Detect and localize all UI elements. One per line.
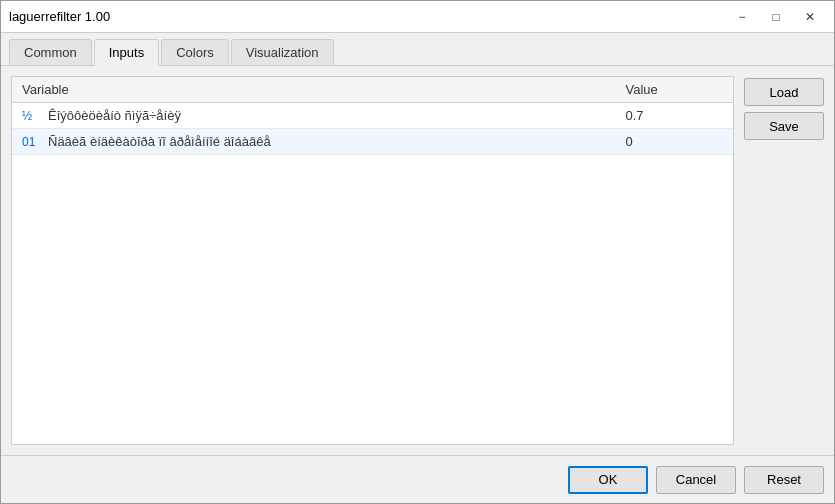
tab-common[interactable]: Common (9, 39, 92, 65)
maximize-button[interactable]: □ (760, 7, 792, 27)
tab-visualization[interactable]: Visualization (231, 39, 334, 65)
value-cell: 0.7 (616, 103, 734, 129)
variables-table: Variable Value ½Êîýôôèöèåíò ñìÿã÷åíèÿ0.7… (12, 77, 733, 155)
ok-button[interactable]: OK (568, 466, 648, 494)
load-button[interactable]: Load (744, 78, 824, 106)
bottom-bar: OK Cancel Reset (1, 455, 834, 503)
table-container: Variable Value ½Êîýôôèöèåíò ñìÿã÷åíèÿ0.7… (11, 76, 734, 445)
value-cell: 0 (616, 129, 734, 155)
title-bar-controls: − □ ✕ (726, 7, 826, 27)
var-index: ½ (22, 109, 42, 123)
save-button[interactable]: Save (744, 112, 824, 140)
variable-cell: ½Êîýôôèöèåíò ñìÿã÷åíèÿ (12, 103, 616, 129)
reset-button[interactable]: Reset (744, 466, 824, 494)
table-row: ½Êîýôôèöèåíò ñìÿã÷åíèÿ0.7 (12, 103, 733, 129)
tab-inputs[interactable]: Inputs (94, 39, 159, 66)
content-area: Variable Value ½Êîýôôèöèåíò ñìÿã÷åíèÿ0.7… (1, 66, 834, 455)
table-header-row: Variable Value (12, 77, 733, 103)
var-label: Ñäâèã èíäèêàòîðà ïî âðåìåííîé äîáàâêå (48, 134, 271, 149)
main-window: laguerrefilter 1.00 − □ ✕ Common Inputs … (0, 0, 835, 504)
variable-cell: 01Ñäâèã èíäèêàòîðà ïî âðåìåííîé äîáàâêå (12, 129, 616, 155)
cancel-button[interactable]: Cancel (656, 466, 736, 494)
close-button[interactable]: ✕ (794, 7, 826, 27)
var-label: Êîýôôèöèåíò ñìÿã÷åíèÿ (48, 108, 181, 123)
table-row: 01Ñäâèã èíäèêàòîðà ïî âðåìåííîé äîáàâêå0 (12, 129, 733, 155)
col-variable-header: Variable (12, 77, 616, 103)
side-buttons: Load Save (744, 76, 824, 445)
col-value-header: Value (616, 77, 734, 103)
title-bar: laguerrefilter 1.00 − □ ✕ (1, 1, 834, 33)
tab-colors[interactable]: Colors (161, 39, 229, 65)
minimize-button[interactable]: − (726, 7, 758, 27)
window-title: laguerrefilter 1.00 (9, 9, 726, 24)
tab-bar: Common Inputs Colors Visualization (1, 33, 834, 66)
var-index: 01 (22, 135, 42, 149)
